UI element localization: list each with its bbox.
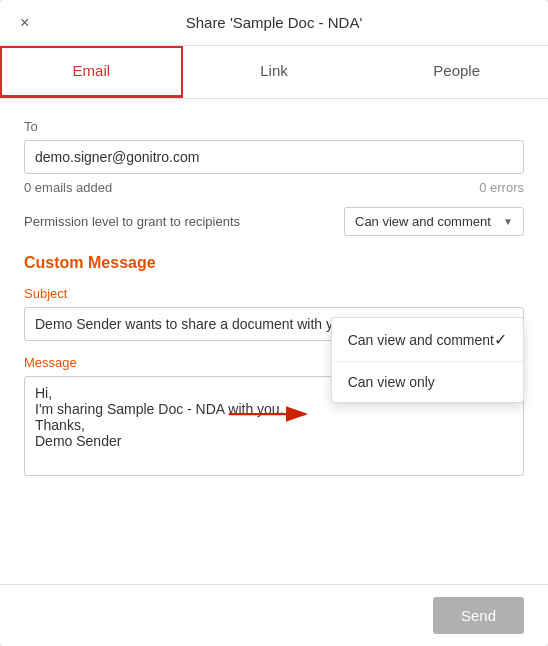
custom-message-title: Custom Message xyxy=(24,254,524,272)
tab-people[interactable]: People xyxy=(365,46,548,98)
share-modal: × Share 'Sample Doc - NDA' Email Link Pe… xyxy=(0,0,548,646)
dropdown-option-view-only[interactable]: Can view only xyxy=(332,362,523,402)
tab-email[interactable]: Email xyxy=(0,46,183,98)
permission-label: Permission level to grant to recipients xyxy=(24,214,240,229)
check-icon: ✓ xyxy=(494,330,507,349)
to-label: To xyxy=(24,119,524,134)
to-input[interactable] xyxy=(24,140,524,174)
tab-bar: Email Link People xyxy=(0,46,548,99)
permission-dropdown[interactable]: Can view and comment ▼ xyxy=(344,207,524,236)
errors-count: 0 errors xyxy=(479,180,524,195)
tab-link[interactable]: Link xyxy=(183,46,366,98)
permission-selected-text: Can view and comment xyxy=(355,214,491,229)
modal-header: × Share 'Sample Doc - NDA' xyxy=(0,0,548,46)
permission-row: Permission level to grant to recipients … xyxy=(24,207,524,236)
subject-label: Subject xyxy=(24,286,524,301)
option-label-view-comment: Can view and comment xyxy=(348,332,494,348)
send-button[interactable]: Send xyxy=(433,597,524,634)
chevron-down-icon: ▼ xyxy=(503,216,513,227)
modal-footer: Send xyxy=(0,584,548,646)
close-button[interactable]: × xyxy=(16,10,33,36)
stats-row: 0 emails added 0 errors xyxy=(24,180,524,195)
emails-added: 0 emails added xyxy=(24,180,112,195)
arrow-indicator xyxy=(220,399,320,429)
dropdown-option-view-comment[interactable]: Can view and comment ✓ xyxy=(332,318,523,361)
option-label-view-only: Can view only xyxy=(348,374,435,390)
modal-title: Share 'Sample Doc - NDA' xyxy=(186,14,363,31)
permission-dropdown-popup: Can view and comment ✓ Can view only xyxy=(331,317,524,403)
modal-body: To 0 emails added 0 errors Permission le… xyxy=(0,99,548,584)
